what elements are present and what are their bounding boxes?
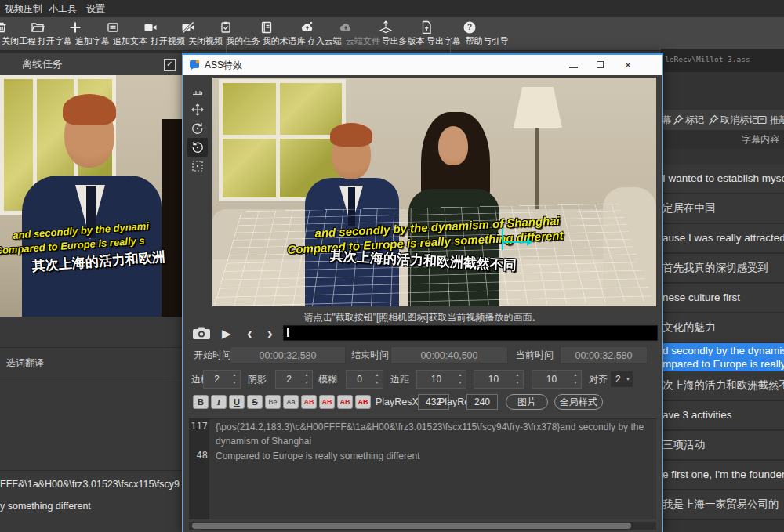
mark-button[interactable]: 标记 [685,110,704,130]
subtitle-row[interactable]: 我是上海一家贸易公司的 [661,490,784,520]
menu-bar: 视频压制 小工具 设置 [0,0,784,17]
spinner-arrows-icon[interactable]: ▲▼ [302,371,311,388]
subtitle-row[interactable]: 文化的魅力 [661,313,784,343]
menu-video-encode[interactable]: 视频压制 [0,0,47,17]
outline-color-button[interactable]: AB [337,395,353,409]
ponder-button[interactable]: 推敲 [770,110,784,130]
subtitle-content-header: 字幕内容 [742,130,779,149]
underline-button[interactable]: U [229,395,245,409]
editor-line[interactable]: 117 {\pos(214.2,183.3)\c&H00FFFF&\1a&H00… [189,419,656,448]
shadow-spinner[interactable]: 2 ▲▼ [275,370,313,389]
shadow-color-button[interactable]: AB [355,395,371,409]
seek-cursor[interactable] [287,328,289,337]
minimize-icon [569,67,578,68]
app-window: 视频压制 小工具 设置 关闭工程 打开字幕 追加字幕 追加文本 打开视频 关闭视… [0,0,784,532]
menu-settings[interactable]: 设置 [82,0,110,17]
next-frame-button[interactable]: › [267,326,273,340]
svg-text:?: ? [467,23,472,31]
offline-tasks-checkbox[interactable]: ✓ [164,59,176,71]
close-button[interactable]: × [617,57,639,73]
help-guide-button[interactable]: ? 帮助与引导 [462,20,512,49]
offline-tasks-tab[interactable]: 离线任务 ✓ [0,53,182,75]
image-button[interactable]: 图片 [506,394,548,410]
scale-tool-button[interactable] [187,81,208,100]
minimize-button[interactable] [562,57,584,73]
align-dropdown[interactable]: 2 ▼ [611,371,633,387]
subtitle-row[interactable]: nese culture first [661,284,784,313]
border-spinner[interactable]: 2 ▲▼ [203,370,241,389]
crosshair-axis-icon [502,228,503,250]
subtitle-row-selected[interactable]: d secondly by the dynamism of Sh mpared … [661,343,784,371]
scrollbar-thumb[interactable] [192,523,631,529]
selected-line2: mpared to Europe is really someth [662,357,784,371]
current-time-label: 当前时间 [516,346,554,364]
subtitle-row[interactable]: 三项活动 [661,431,784,461]
subtitle-row[interactable]: ause I was really attracted by [661,224,784,254]
playresy-field[interactable]: 240 [466,394,498,410]
previous-frame-button[interactable]: ‹ [247,326,252,340]
line-text[interactable]: {\pos(214.2,183.3)\c&H00FFFF&\1a&H00&\fr… [211,419,656,448]
unmark-button[interactable]: 取消标记 [720,110,758,130]
rotate-xy-tool-button-selected[interactable] [187,138,208,157]
margin-vertical-spinner[interactable]: 10 ▲▼ [532,370,582,389]
spinner-arrows-icon[interactable]: ▲▼ [513,371,522,388]
left-lower-panel: 选词翻译 FFF&\1a&H00&\frz3.01523\fscx115\fsc… [0,317,182,532]
italic-button[interactable]: I [211,395,227,409]
ass-tag-editor[interactable]: 117 {\pos(214.2,183.3)\c&H00FFFF&\1a&H00… [189,418,656,519]
menu-tools[interactable]: 小工具 [44,0,82,17]
subtitle-row[interactable]: 次上海的活力和欧洲截然不同 [661,371,784,401]
end-time-field[interactable]: 00:00:40,500 [390,346,508,364]
rotate-3d-icon [187,139,208,155]
subtitle-list: I wanted to establish myself per 定居在中国 a… [661,149,784,532]
start-time-field[interactable]: 00:00:32,580 [230,346,346,364]
secondary-color-button[interactable]: AB [319,395,335,409]
spinner-arrows-icon[interactable]: ▲▼ [571,371,580,388]
subtitle-row[interactable]: 首先我真的深切感受到 [661,254,784,284]
dialog-title-bar: ASS特效 × [183,55,662,75]
line-number: 48 [189,448,211,463]
spinner-arrows-icon[interactable]: ▲▼ [456,371,465,388]
line-text[interactable]: Compared to Europe is really something d… [211,448,656,463]
blur-spinner[interactable]: 0 ▲▼ [346,370,383,389]
margin-left-spinner[interactable]: 10 ▲▼ [416,370,466,389]
seek-bar[interactable] [283,325,658,341]
move-tool-button[interactable] [187,100,208,119]
video-subtitle-overlay: and secondly by the dynami Compared to E… [0,212,182,295]
spinner-arrows-icon[interactable]: ▲▼ [372,371,382,388]
primary-color-button[interactable]: AB [301,395,317,409]
line-number: 117 [189,419,211,448]
end-time-label: 结束时间 [351,346,389,364]
subtitle-row[interactable]: ave 3 activities [661,401,784,431]
dialog-video-preview[interactable]: and secondly by the dynamism of Shanghai… [212,78,656,306]
ponder-icon [757,114,768,125]
maximize-button[interactable] [590,57,612,73]
main-toolbar: 关闭工程 打开字幕 追加字幕 追加文本 打开视频 关闭视频 我的任务 我的术语 [0,17,784,51]
pin-icon [673,114,684,125]
current-time-field[interactable]: 00:00:32,580 [560,346,648,364]
marquee-icon [187,158,208,174]
maximize-icon [597,61,604,68]
play-button[interactable]: ▶ [222,326,231,342]
strikethrough-button[interactable]: S [247,395,263,409]
marquee-tool-button[interactable] [187,157,208,176]
subtitle-row[interactable]: 定居在中国 [661,194,784,224]
editor-line[interactable]: 48 Compared to Europe is really somethin… [189,448,656,463]
right-panel-gap [661,72,784,110]
word-translate-label[interactable]: 选词翻译 [6,356,44,370]
subtitle-file-path: leRecv\Millot_3.ass [665,55,750,63]
font-style-button[interactable]: Be [265,395,281,409]
rotate-z-tool-button[interactable] [187,119,208,138]
subtitle-list-header-row: 字幕内容 [661,130,784,149]
font-size-button[interactable]: Aa [283,395,299,409]
subtitle-row[interactable]: e first one, I'm the founder and th [661,461,784,490]
scale-ruler-icon [187,83,208,99]
subtitle-row[interactable]: I wanted to establish myself per [661,165,784,194]
spinner-arrows-icon[interactable]: ▲▼ [230,371,239,388]
margin-right-spinner[interactable]: 10 ▲▼ [474,370,524,389]
draggable-subtitle-overlay[interactable]: and secondly by the dynamism of Shanghai… [212,78,656,306]
global-style-button[interactable]: 全局样式 [554,394,603,410]
capture-frame-button[interactable] [192,326,214,342]
ass-effects-dialog: ASS特效 × [182,53,663,532]
bold-button[interactable]: B [193,395,209,409]
horizontal-scrollbar[interactable] [189,522,656,530]
